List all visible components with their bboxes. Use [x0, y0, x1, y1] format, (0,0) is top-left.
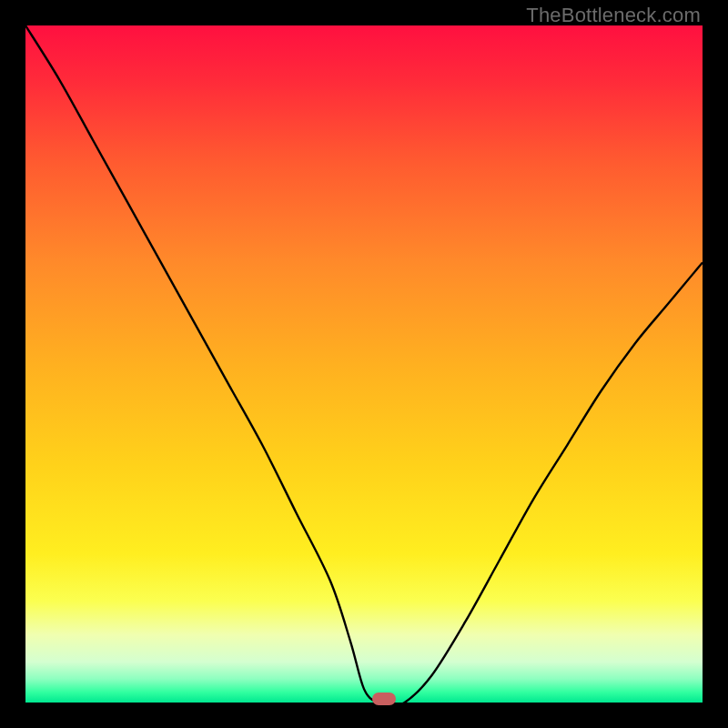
chart-container: TheBottleneck.com	[0, 0, 728, 728]
bottleneck-curve	[25, 25, 703, 703]
optimal-marker	[372, 693, 396, 705]
watermark-text: TheBottleneck.com	[526, 4, 701, 27]
plot-area	[25, 25, 703, 703]
